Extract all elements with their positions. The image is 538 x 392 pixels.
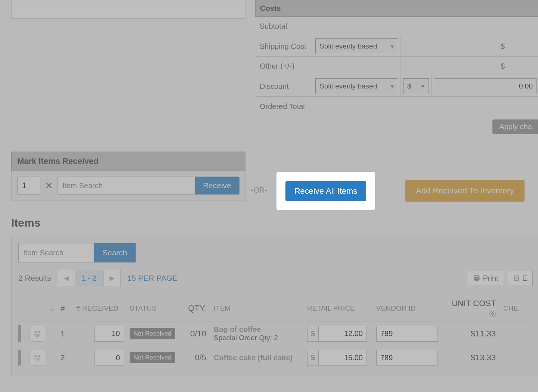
currency-prefix: $ [307,350,318,365]
add-received-to-inventory-button[interactable]: Add Received To Inventory [405,180,525,202]
row-qty: 0/10 [178,329,210,339]
col-status[interactable]: STATUS [124,304,178,312]
receive-button[interactable]: Receive [195,177,239,195]
unit-cost: $13.33 [445,353,496,363]
mark-items-panel: Mark Items Received ✕ Receive [11,152,245,200]
pager-next-button[interactable]: ▶ [104,270,120,286]
col-retail[interactable]: RETAIL PRICE [307,304,376,313]
subtotal-label: Subtotal [255,17,313,36]
row-num: 1 [61,329,76,338]
shipping-currency: $ [494,36,511,56]
discount-value-input[interactable] [434,78,537,94]
or-separator: -OR- [251,186,267,195]
spreadsheet-icon [513,275,519,281]
col-qty[interactable]: QTY. [178,304,210,313]
help-icon[interactable]: ? [489,311,496,317]
print-icon [34,354,41,361]
table-row: 2 Not Received 0/5 Coffee cake (full cak… [18,346,533,369]
receive-all-items-button[interactable]: Receive All Items [285,181,367,201]
received-qty-input[interactable] [94,326,124,342]
shipping-split-select[interactable]: Split evenly based [315,38,398,54]
discount-split-select[interactable]: Split evenly based [315,78,398,94]
mark-items-header: Mark Items Received [11,152,245,171]
apply-changes-button[interactable]: Apply cha [492,119,538,134]
shipping-label: Shipping Cost [255,36,313,56]
status-badge: Not Received [130,328,175,339]
notes-textarea[interactable] [11,0,245,19]
row-qty: 0/5 [178,353,210,363]
receive-item-search-input[interactable] [58,177,195,195]
row-num: 2 [61,353,76,362]
item-name: Bag of coffee [214,325,307,334]
retail-price-input[interactable] [318,326,367,342]
item-special-order: Special Order Qty: 2 [214,334,307,342]
col-num[interactable]: # [61,304,76,313]
received-qty-input[interactable] [94,350,124,365]
results-count: 2 Results [18,274,51,283]
item-name: Coffee cake (full cake) [214,354,307,362]
col-vendor[interactable]: VENDOR ID [376,304,445,312]
currency-prefix: $ [307,326,318,342]
col-received[interactable]: # RECEIVED [76,304,124,312]
col-unit[interactable]: UNIT COST ? [445,299,496,318]
items-search-button[interactable]: Search [94,243,136,262]
ordered-total-label: Ordered Total [255,97,313,116]
row-print-button[interactable] [30,326,45,342]
items-header: Items [11,217,538,229]
per-page-selector[interactable]: 15 PER PAGE [127,274,178,283]
discount-currency-select[interactable]: $ [403,78,429,94]
other-currency: $ [494,57,511,76]
times-icon: ✕ [45,180,53,192]
print-icon [34,330,41,337]
print-icon [473,275,480,281]
costs-panel: Costs Subtotal Shipping Cost Split evenl… [255,0,538,116]
vendor-id-input[interactable] [376,326,438,342]
pager-prev-button[interactable]: ◀ [58,270,75,286]
other-label: Other (+/-) [255,57,313,76]
vendor-id-input[interactable] [376,350,438,365]
table-row: 1 Not Received 0/10 Bag of coffee Specia… [18,321,533,346]
receive-all-highlight: Receive All Items [276,172,375,210]
receive-qty-input[interactable] [17,177,40,195]
export-button[interactable]: E [508,271,533,286]
status-badge: Not Received [130,352,175,363]
sort-indicator-icon: ⌄ [49,306,54,312]
costs-header: Costs [255,0,538,17]
row-print-button[interactable] [30,350,45,365]
row-marker [18,325,21,342]
col-item[interactable]: ITEM [210,304,307,312]
print-button[interactable]: Print [468,271,504,286]
unit-cost: $11.33 [445,329,496,339]
pager-range: 1 - 2 [75,270,104,286]
row-marker [18,350,21,365]
col-check[interactable]: CHE [496,304,518,312]
items-search-input[interactable] [18,243,94,262]
discount-label: Discount [255,76,313,96]
retail-price-input[interactable] [318,350,367,365]
